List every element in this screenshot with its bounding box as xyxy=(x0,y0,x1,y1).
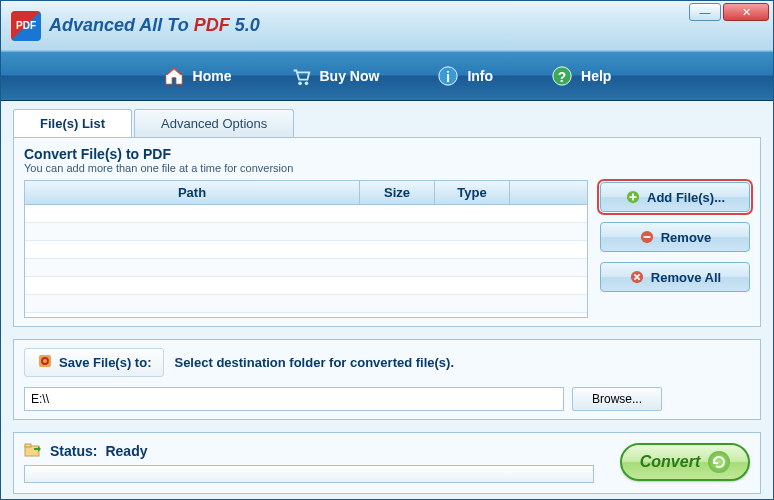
status-row: Status: Ready xyxy=(24,441,606,460)
files-panel-title: Convert File(s) to PDF xyxy=(24,146,750,162)
app-title-part2: PDF xyxy=(194,15,235,35)
remove-all-label: Remove All xyxy=(651,270,721,285)
progress-bar xyxy=(24,465,594,483)
main-menu: Home Buy Now i Info ? Help xyxy=(1,51,773,101)
destination-header: Save File(s) to: Select destination fold… xyxy=(24,348,750,377)
menu-home-label: Home xyxy=(193,68,232,84)
destination-panel: Save File(s) to: Select destination fold… xyxy=(13,339,761,420)
info-icon: i xyxy=(437,65,459,87)
add-files-button[interactable]: Add File(s)... xyxy=(600,182,750,212)
svg-point-0 xyxy=(298,82,302,86)
app-window: PDF Advanced All To PDF 5.0 — ✕ Home Buy… xyxy=(0,0,774,500)
convert-label: Convert xyxy=(640,453,700,471)
save-files-label-box: Save File(s) to: xyxy=(24,348,164,377)
svg-text:?: ? xyxy=(558,70,566,85)
files-table[interactable]: Path Size Type xyxy=(24,180,588,318)
app-title-version: 5.0 xyxy=(235,15,260,35)
menu-buy-now[interactable]: Buy Now xyxy=(276,59,394,93)
convert-button[interactable]: Convert xyxy=(620,443,750,481)
table-row xyxy=(25,277,587,295)
file-area: Path Size Type xyxy=(24,180,750,318)
table-row xyxy=(25,205,587,223)
menu-info[interactable]: i Info xyxy=(423,59,507,93)
app-logo-icon: PDF xyxy=(11,11,41,41)
column-spacer xyxy=(510,181,587,204)
svg-point-1 xyxy=(304,82,308,86)
column-path[interactable]: Path xyxy=(25,181,360,204)
svg-text:i: i xyxy=(446,69,450,85)
table-row xyxy=(25,259,587,277)
titlebar: PDF Advanced All To PDF 5.0 — ✕ xyxy=(1,1,773,51)
browse-button[interactable]: Browse... xyxy=(572,387,662,411)
remove-icon xyxy=(639,229,655,245)
remove-label: Remove xyxy=(661,230,712,245)
svg-rect-9 xyxy=(39,355,51,367)
help-icon: ? xyxy=(551,65,573,87)
add-icon xyxy=(625,189,641,205)
app-title: Advanced All To PDF 5.0 xyxy=(49,15,260,36)
column-size[interactable]: Size xyxy=(360,181,435,204)
save-icon xyxy=(37,353,53,372)
files-panel: Convert File(s) to PDF You can add more … xyxy=(13,137,761,327)
status-icon xyxy=(24,441,42,460)
close-button[interactable]: ✕ xyxy=(723,3,769,21)
window-controls: — ✕ xyxy=(689,3,769,21)
destination-input[interactable] xyxy=(24,387,564,411)
svg-rect-12 xyxy=(25,444,31,447)
table-row xyxy=(25,223,587,241)
table-header: Path Size Type xyxy=(25,181,587,205)
status-left: Status: Ready xyxy=(24,441,606,483)
menu-home[interactable]: Home xyxy=(149,59,246,93)
home-icon xyxy=(163,65,185,87)
content-area: File(s) List Advanced Options Convert Fi… xyxy=(1,101,773,499)
menu-info-label: Info xyxy=(467,68,493,84)
menu-help[interactable]: ? Help xyxy=(537,59,625,93)
table-row xyxy=(25,241,587,259)
tab-advanced-options[interactable]: Advanced Options xyxy=(134,109,294,137)
status-panel: Status: Ready Convert xyxy=(13,432,761,494)
menu-help-label: Help xyxy=(581,68,611,84)
table-row xyxy=(25,295,587,313)
destination-hint: Select destination folder for converted … xyxy=(174,355,454,370)
status-label: Status: xyxy=(50,443,97,459)
menu-buy-label: Buy Now xyxy=(320,68,380,84)
tab-strip: File(s) List Advanced Options xyxy=(13,109,761,137)
column-type[interactable]: Type xyxy=(435,181,510,204)
remove-all-icon xyxy=(629,269,645,285)
table-body[interactable] xyxy=(25,205,587,317)
minimize-button[interactable]: — xyxy=(689,3,721,21)
cart-icon xyxy=(290,65,312,87)
tab-files-list[interactable]: File(s) List xyxy=(13,109,132,137)
files-panel-subtitle: You can add more than one file at a time… xyxy=(24,162,750,174)
destination-row: Browse... xyxy=(24,387,750,411)
app-title-part1: Advanced All To xyxy=(49,15,194,35)
convert-refresh-icon xyxy=(708,451,730,473)
save-files-label: Save File(s) to: xyxy=(59,355,151,370)
remove-all-button[interactable]: Remove All xyxy=(600,262,750,292)
remove-button[interactable]: Remove xyxy=(600,222,750,252)
add-files-label: Add File(s)... xyxy=(647,190,725,205)
status-value: Ready xyxy=(105,443,147,459)
side-buttons: Add File(s)... Remove Remove All xyxy=(600,180,750,318)
